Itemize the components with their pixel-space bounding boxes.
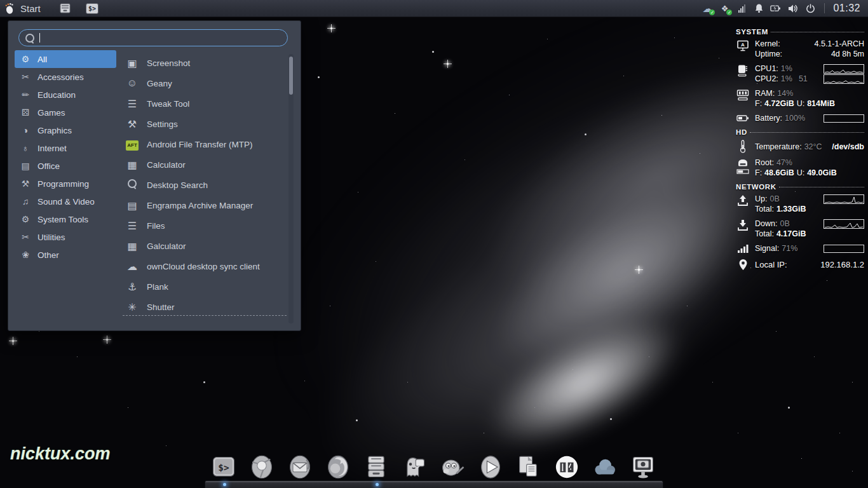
application-item-calculator[interactable]: ▦Calculator [121,154,288,175]
dock-item-screenshot-tool[interactable] [624,450,662,480]
up-value: 0B [770,194,779,203]
category-item-system-tools[interactable]: ⚙System Tools [15,210,116,228]
application-item-tweak-tool[interactable]: ☰Tweak Tool [121,93,288,114]
star-sparkle [447,63,449,65]
category-item-other[interactable]: ❀Other [15,246,116,264]
category-item-programming[interactable]: ⚒Programming [15,175,116,193]
owncloud-sync-tray[interactable]: ☁ ✓ [702,3,713,14]
category-item-accessories[interactable]: ✂Accessories [15,68,116,86]
dock-item-book-reader[interactable] [548,450,586,480]
scissors-icon: ✂ [20,232,31,242]
category-item-internet[interactable]: ♁Internet [15,139,116,157]
application-item-settings[interactable]: ⚒Settings [121,114,288,134]
film-icon: ♫ [20,196,31,207]
signal-label: Signal: [755,244,779,253]
category-label: System Tools [37,215,88,224]
dock-item-gimp[interactable] [433,450,471,480]
dock-item-chromium[interactable] [243,450,281,480]
cabinet-icon [60,3,71,13]
network-section-header: NETWORK [736,183,864,191]
application-label: Android File Transfer (MTP) [147,140,253,149]
firefox-icon [325,454,351,480]
application-item-plank[interactable]: ⚓Plank [121,276,288,297]
battery-tray[interactable] [770,3,782,14]
battery-label: Battery: [755,114,782,123]
menu-scrollbar[interactable] [288,54,294,323]
application-item-owncloud-desktop-sync-client[interactable]: ☁ownCloud desktop sync client [121,256,288,276]
hard-disk-icon [736,158,749,167]
start-menu-button[interactable]: Start [0,0,47,17]
root-value: 47% [776,158,792,167]
application-item-geany[interactable]: ☺Geany [121,73,288,93]
battery-value: 100% [785,114,805,123]
category-item-education[interactable]: ✏Education [15,86,116,104]
category-item-utilities[interactable]: ✂Utilities [15,228,116,246]
category-item-all[interactable]: ⚙All [15,50,116,68]
network-signal-tray[interactable] [736,3,747,14]
dropbox-tray[interactable]: ❖ ✓ [719,3,730,14]
hd-temp-row: Temperature: 32°C /dev/sdb [736,139,864,153]
category-item-office[interactable]: ▤Office [15,157,116,175]
hd-section-header: HD [736,128,864,136]
dock-item-ghost-chat[interactable] [395,450,433,480]
up-total-label: Total: [755,205,774,214]
dock-item-file-cabinet[interactable] [357,450,395,480]
application-label: Galculator [147,241,186,251]
application-item-shutter[interactable]: ✳Shutter [121,297,288,317]
application-item-engrampa-archive-manager[interactable]: ▤Engrampa Archive Manager [121,195,288,215]
category-item-sound-video[interactable]: ♫Sound & Video [15,193,116,210]
battery-bar [824,114,864,123]
cpu2-extra-value: 51 [799,74,808,83]
category-item-graphics[interactable]: ◑Graphics [15,121,116,139]
net-down-rows: Down: 0B Total: 4.17GiB [736,219,864,239]
dock-item-terminal[interactable]: $> [205,450,243,480]
volume-tray[interactable] [787,3,799,14]
application-item-android-file-transfer-mtp-[interactable]: AFTAndroid File Transfer (MTP) [121,134,288,154]
dock-item-firefox[interactable] [319,450,357,480]
gear-icon: ⚙ [20,214,31,224]
terminal-icon: $> [86,3,98,14]
net-up-rows: Up: 0B Total: 1.33GiB [736,194,864,214]
dock-item-owncloud[interactable] [586,450,624,480]
category-label: Education [37,90,76,100]
menu-scrollbar-thumb[interactable] [289,57,293,95]
file-cabinet-icon [363,454,390,480]
running-indicator-file-cabinet [376,483,379,486]
application-item-partial[interactable]: ○ [121,317,288,325]
tools-icon: ⚒ [125,118,139,130]
hd-device: /dev/sdb [832,142,864,151]
terminal-launcher[interactable]: $> [84,1,100,15]
archive-icon: ▤ [125,200,139,212]
application-item-files[interactable]: ☰Files [121,215,288,236]
file-manager-launcher[interactable] [57,1,74,15]
hd-temp-value: 32°C [804,142,822,151]
panel-separator [824,3,825,13]
thunderbird-icon [287,454,313,480]
kernel-label: Kernel: [755,39,780,48]
ram-label: RAM: [755,89,775,98]
notifications-tray[interactable] [753,3,764,14]
application-label: Desktop Search [147,180,208,190]
system-section-header: SYSTEM [736,28,864,36]
panel-clock[interactable]: 01:32 [833,3,860,14]
dock-item-libreoffice[interactable] [510,450,548,480]
gimp-icon [439,454,466,480]
cabinet-icon: ☰ [125,220,139,232]
up-total-value: 1.33GiB [776,205,806,214]
application-item-galculator[interactable]: ▦Galculator [121,236,288,256]
power-menu-tray[interactable] [804,3,816,14]
scissors-icon: ✂ [20,72,31,82]
dock-item-thunderbird[interactable] [281,450,319,480]
ram-value: 14% [777,89,793,98]
conky-monitor: SYSTEM A Kernel: 4.5.1-1-ARCH Uptime: 4d… [736,23,864,275]
application-item-desktop-search[interactable]: Desktop Search [121,175,288,195]
category-label: Office [37,161,60,171]
category-item-games[interactable]: ⚄Games [15,104,116,121]
category-label: Games [37,108,65,118]
sync-ok-badge: ✓ [726,10,732,15]
application-item-screenshot[interactable]: ▣Screenshot [121,53,288,73]
dock-item-media-player[interactable] [471,450,510,480]
down-total-value: 4.17GiB [776,229,806,238]
signal-bar [824,245,864,253]
menu-search-field[interactable] [18,29,288,46]
